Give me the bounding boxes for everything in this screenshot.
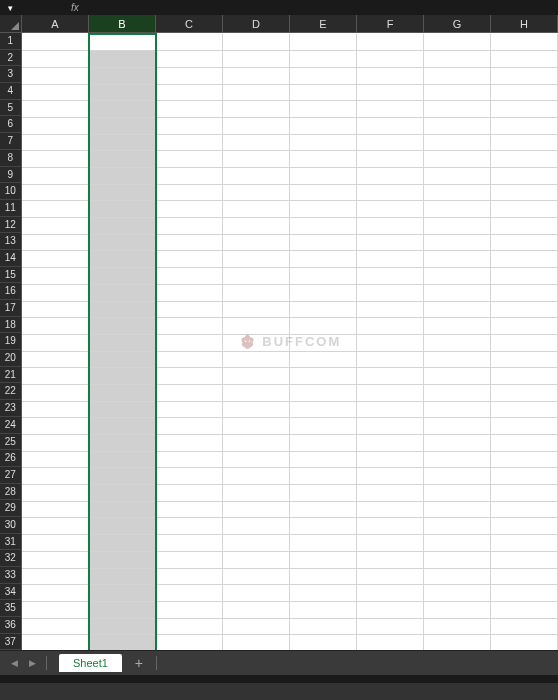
cell[interactable] (357, 34, 424, 51)
row-header[interactable]: 34 (0, 584, 22, 601)
row-header[interactable]: 28 (0, 484, 22, 501)
cell[interactable] (156, 34, 223, 51)
cell[interactable] (424, 418, 491, 435)
cell[interactable] (357, 234, 424, 251)
cell[interactable] (290, 518, 357, 535)
cell[interactable] (156, 384, 223, 401)
cell[interactable] (424, 134, 491, 151)
cell[interactable] (290, 151, 357, 168)
row-header[interactable]: 36 (0, 617, 22, 634)
cell[interactable] (357, 184, 424, 201)
cell[interactable] (156, 218, 223, 235)
cell[interactable] (424, 218, 491, 235)
cell[interactable] (357, 401, 424, 418)
cell[interactable] (89, 451, 156, 468)
row-header[interactable]: 24 (0, 417, 22, 434)
cell[interactable] (491, 334, 558, 351)
cell[interactable] (22, 51, 89, 68)
cell[interactable] (290, 218, 357, 235)
cell[interactable] (89, 585, 156, 602)
cell[interactable] (424, 501, 491, 518)
cell[interactable] (223, 368, 290, 385)
row-header[interactable]: 11 (0, 200, 22, 217)
cell[interactable] (491, 401, 558, 418)
cell[interactable] (491, 51, 558, 68)
cell[interactable] (290, 117, 357, 134)
cell[interactable] (89, 268, 156, 285)
cell[interactable] (357, 485, 424, 502)
cell[interactable] (424, 368, 491, 385)
cell[interactable] (357, 451, 424, 468)
cell[interactable] (223, 618, 290, 635)
row-header[interactable]: 16 (0, 283, 22, 300)
row-header[interactable]: 1 (0, 33, 22, 50)
cell[interactable] (424, 51, 491, 68)
row-header[interactable]: 21 (0, 367, 22, 384)
cell[interactable] (357, 168, 424, 185)
cell[interactable] (223, 318, 290, 335)
cell[interactable] (357, 151, 424, 168)
cell[interactable] (156, 401, 223, 418)
cell[interactable] (89, 234, 156, 251)
column-header-b[interactable]: B (89, 15, 156, 33)
cell[interactable] (290, 168, 357, 185)
cell[interactable] (491, 418, 558, 435)
cell[interactable] (223, 585, 290, 602)
cell[interactable] (491, 101, 558, 118)
row-header[interactable]: 9 (0, 167, 22, 184)
cell[interactable] (290, 51, 357, 68)
tab-nav-prev-icon[interactable]: ◀ (6, 655, 22, 671)
cell[interactable] (290, 234, 357, 251)
cell[interactable] (491, 301, 558, 318)
cell[interactable] (357, 251, 424, 268)
cell[interactable] (357, 535, 424, 552)
column-header-c[interactable]: C (156, 15, 223, 33)
cell[interactable] (290, 351, 357, 368)
cell[interactable] (424, 518, 491, 535)
cell[interactable] (89, 301, 156, 318)
cell[interactable] (290, 134, 357, 151)
row-header[interactable]: 27 (0, 467, 22, 484)
cell[interactable] (357, 568, 424, 585)
cell[interactable] (156, 618, 223, 635)
cell[interactable] (22, 218, 89, 235)
cell[interactable] (156, 84, 223, 101)
cell[interactable] (357, 67, 424, 84)
column-header-g[interactable]: G (424, 15, 491, 33)
cell[interactable] (89, 117, 156, 134)
cell[interactable] (491, 535, 558, 552)
cell[interactable] (89, 601, 156, 618)
cell[interactable] (357, 318, 424, 335)
cell[interactable] (491, 618, 558, 635)
cell[interactable] (223, 84, 290, 101)
cell[interactable] (22, 418, 89, 435)
cell[interactable] (424, 117, 491, 134)
cell[interactable] (156, 284, 223, 301)
cell[interactable] (223, 184, 290, 201)
cell[interactable] (223, 485, 290, 502)
cell[interactable] (223, 334, 290, 351)
cell[interactable] (22, 568, 89, 585)
cell[interactable] (22, 501, 89, 518)
cell[interactable] (491, 568, 558, 585)
cell[interactable] (89, 435, 156, 452)
cell[interactable] (156, 368, 223, 385)
cell[interactable] (89, 501, 156, 518)
cell[interactable] (22, 468, 89, 485)
cell[interactable] (290, 268, 357, 285)
cell[interactable] (156, 551, 223, 568)
cell[interactable] (290, 318, 357, 335)
cell[interactable] (424, 485, 491, 502)
cell[interactable] (22, 34, 89, 51)
cell[interactable] (290, 535, 357, 552)
row-header[interactable]: 2 (0, 50, 22, 67)
cell[interactable] (290, 67, 357, 84)
cell[interactable] (22, 251, 89, 268)
cell[interactable] (22, 351, 89, 368)
row-header[interactable]: 15 (0, 267, 22, 284)
cell[interactable] (424, 234, 491, 251)
cell[interactable] (223, 284, 290, 301)
cell[interactable] (491, 518, 558, 535)
row-header[interactable]: 26 (0, 450, 22, 467)
cell[interactable] (491, 384, 558, 401)
